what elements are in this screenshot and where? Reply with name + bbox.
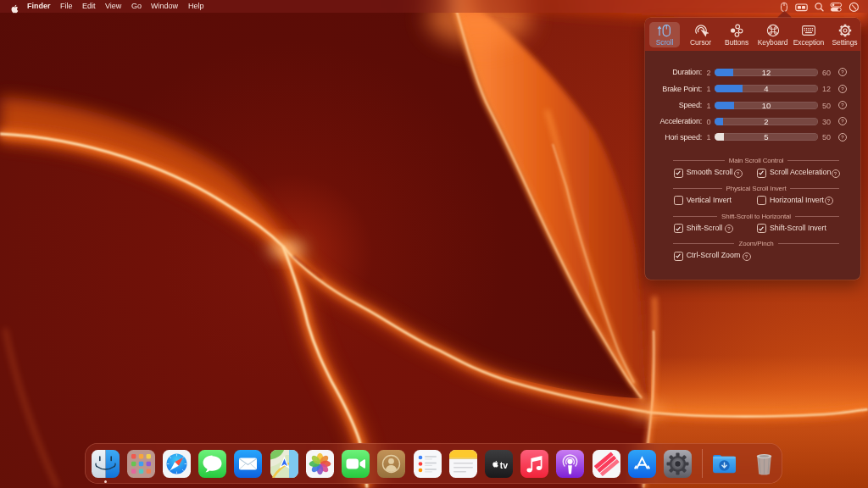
svg-text:tv: tv: [500, 460, 508, 470]
